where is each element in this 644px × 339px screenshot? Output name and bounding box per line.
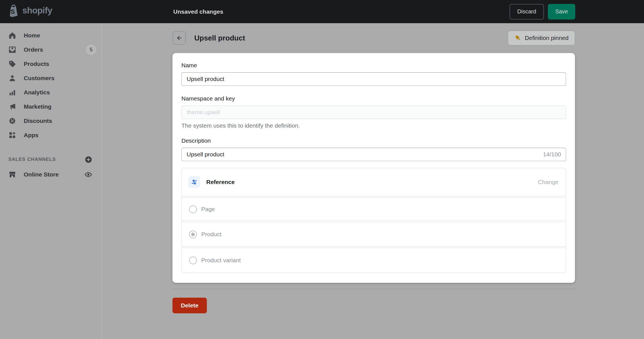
main-content: Upsell product Definition pinned Name Na… — [172, 23, 575, 313]
name-label: Name — [181, 62, 566, 69]
sidebar-item-label: Products — [24, 61, 96, 67]
exchange-arrows-icon — [191, 178, 198, 186]
sidebar-item-products[interactable]: Products — [0, 57, 101, 71]
description-field: Description 14/100 — [181, 137, 566, 161]
sidebar-item-label: Analytics — [24, 89, 96, 96]
reference-type-group: Reference Change Page Product Product va… — [181, 168, 566, 273]
reference-header: Reference Change — [181, 168, 566, 196]
reference-icon-tile — [188, 176, 200, 188]
sidebar-item-label: Home — [24, 32, 96, 39]
shopify-logo: S shopify — [8, 4, 52, 17]
megaphone-icon — [8, 103, 16, 111]
option-label: Product — [201, 231, 221, 238]
sidebar-item-home[interactable]: Home — [0, 28, 101, 42]
save-button[interactable]: Save — [548, 4, 575, 20]
name-field: Name — [181, 62, 566, 86]
orders-icon — [8, 46, 16, 54]
shopify-bag-icon: S — [8, 4, 20, 17]
customers-icon — [8, 74, 16, 82]
sidebar-item-label: Orders — [24, 46, 78, 53]
description-input[interactable] — [181, 148, 566, 161]
radio-button[interactable] — [189, 256, 197, 264]
sidebar-item-discounts[interactable]: Discounts — [0, 114, 101, 128]
unsaved-changes-status: Unsaved changes — [173, 0, 223, 23]
sidebar-item-label: Apps — [24, 132, 96, 139]
apps-grid-icon — [8, 131, 16, 139]
home-icon — [8, 32, 16, 39]
arrow-left-icon — [176, 35, 183, 41]
page-header: Upsell product Definition pinned — [172, 31, 575, 45]
svg-text:S: S — [11, 8, 15, 15]
topbar: S shopify Unsaved changes Discard Save — [0, 0, 644, 23]
reference-option-product[interactable]: Product — [181, 222, 566, 247]
change-link[interactable]: Change — [538, 179, 558, 185]
sidebar-item-online-store[interactable]: Online Store — [0, 167, 101, 182]
sales-channels-heading: SALES CHANNELS — [0, 154, 101, 165]
namespace-field: Namespace and key The system uses this t… — [181, 95, 566, 129]
definition-pinned-button[interactable]: Definition pinned — [508, 31, 575, 45]
sidebar-item-analytics[interactable]: Analytics — [0, 85, 101, 99]
view-online-store-eye-icon[interactable] — [84, 171, 92, 178]
reference-option-page[interactable]: Page — [181, 197, 566, 221]
sidebar-item-label: Customers — [24, 75, 96, 82]
discount-badge-icon — [8, 117, 16, 125]
reference-title: Reference — [206, 179, 532, 185]
sidebar-item-label: Discounts — [24, 118, 96, 124]
reference-option-product-variant[interactable]: Product variant — [181, 248, 566, 273]
namespace-help-text: The system uses this to identify the def… — [181, 122, 566, 129]
sidebar-item-label: Marketing — [24, 103, 96, 110]
shopify-wordmark: shopify — [22, 6, 52, 16]
radio-button[interactable] — [189, 205, 197, 213]
option-label: Page — [201, 206, 215, 213]
pin-icon — [514, 34, 522, 42]
topbar-actions: Discard Save — [510, 0, 575, 23]
sidebar-item-customers[interactable]: Customers — [0, 71, 101, 85]
definition-pinned-label: Definition pinned — [525, 35, 569, 41]
name-input[interactable] — [181, 72, 566, 86]
radio-button[interactable] — [189, 230, 197, 238]
page-title: Upsell product — [194, 34, 245, 42]
tag-icon — [8, 60, 16, 68]
option-label: Product variant — [201, 257, 241, 264]
footer-divider — [172, 288, 575, 289]
sidebar-item-marketing[interactable]: Marketing — [0, 99, 101, 114]
description-label: Description — [181, 137, 566, 144]
namespace-label: Namespace and key — [181, 95, 566, 102]
definition-card: Name Namespace and key The system uses t… — [172, 53, 575, 283]
orders-count-badge: 5 — [86, 44, 96, 55]
sidebar-item-apps[interactable]: Apps — [0, 128, 101, 142]
discard-button[interactable]: Discard — [510, 4, 544, 20]
storefront-icon — [8, 171, 16, 178]
sidebar: Home Orders 5 Products Custo — [0, 23, 102, 339]
namespace-input[interactable] — [181, 106, 566, 119]
sidebar-item-orders[interactable]: Orders 5 — [0, 42, 101, 57]
back-button[interactable] — [172, 31, 186, 45]
add-sales-channel-icon[interactable] — [85, 156, 92, 163]
channel-label: Online Store — [24, 171, 77, 178]
analytics-icon — [8, 89, 16, 96]
delete-button[interactable]: Delete — [172, 298, 207, 313]
